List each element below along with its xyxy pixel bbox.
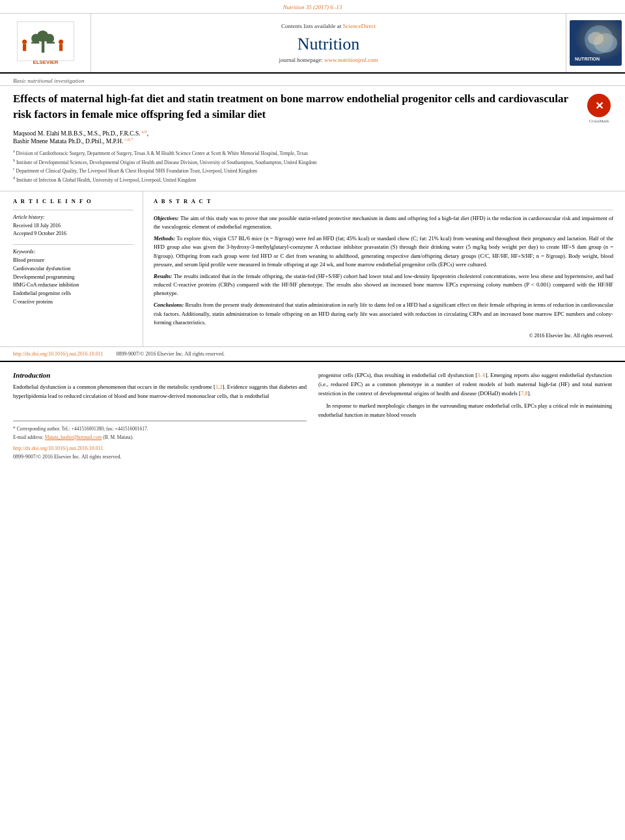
page: Nutrition 35 (2017) 6–13	[0, 0, 625, 840]
elsevier-logo-svg: ELSEVIER	[10, 20, 81, 66]
abstract-text: Objectives: The aim of this study was to…	[154, 214, 613, 340]
svg-point-4	[45, 34, 54, 43]
issn-area: 0899-9007/© 2016 Elsevier Inc. All right…	[13, 453, 307, 460]
author-2-sup: c,d,*	[123, 137, 133, 142]
conclusions-label: Conclusions:	[154, 301, 184, 308]
doi-footer-link[interactable]: http://dx.doi.org/10.1016/j.nut.2016.10.…	[13, 445, 103, 451]
body-left-column: Introduction Endothelial dysfunction is …	[13, 371, 307, 460]
svg-point-3	[31, 34, 40, 43]
affiliation-a: a Division of Cardiothoracic Surgery, De…	[13, 148, 612, 157]
ref-1-2: 1,2	[215, 384, 223, 390]
email-link[interactable]: Matata_bashir@hotmail.com	[45, 434, 102, 440]
keywords-section: Keywords: Blood pressure Cardiovascular …	[13, 249, 133, 307]
journal-citation: Nutrition 35 (2017) 6–13	[283, 4, 342, 10]
issn-info: 0899-9007/© 2016 Elsevier Inc. All right…	[116, 351, 225, 357]
abstract-objectives: Objectives: The aim of this study was to…	[154, 214, 613, 231]
body-right-text: progenitor cells (EPCs), thus resulting …	[318, 371, 612, 419]
svg-point-16	[588, 32, 604, 45]
svg-text:NUTRITION: NUTRITION	[575, 57, 600, 61]
intro-para-left: Endothelial dysfunction is a common phen…	[13, 383, 307, 400]
affiliation-d: d Institute of Infection & Global Health…	[13, 175, 612, 184]
header-right-image: NUTRITION	[566, 14, 625, 72]
journal-title: Nutrition	[298, 35, 359, 54]
svg-point-7	[22, 40, 27, 44]
homepage-label: journal homepage: www.nutritionjrnl.com	[279, 57, 378, 63]
svg-text:ELSEVIER: ELSEVIER	[33, 59, 58, 65]
ref-3-6: 3–6	[477, 372, 486, 378]
author-1-sup: a,b	[141, 129, 147, 134]
abstract-divider	[154, 210, 613, 210]
article-type: Basic nutritional investigation	[0, 74, 625, 86]
affiliation-c: c Department of Clinical Quality, The Li…	[13, 166, 612, 175]
science-direct-label: Contents lists available at ScienceDirec…	[281, 23, 376, 29]
article-title: Effects of maternal high-fat diet and st…	[13, 91, 612, 122]
crossmark-icon[interactable]: ✕	[587, 94, 611, 117]
results-label: Results:	[154, 273, 172, 279]
svg-rect-5	[31, 42, 39, 44]
abstract-methods: Methods: To explore this, virgin C57 BL/…	[154, 234, 613, 269]
body-right-column: progenitor cells (EPCs), thus resulting …	[318, 371, 612, 460]
svg-point-9	[59, 40, 63, 44]
homepage-url[interactable]: www.nutritionjrnl.com	[324, 57, 378, 63]
author-2-name: Bashir Mnene Matata Ph.D., D.Phil., M.P.…	[13, 138, 123, 145]
keyword-6: C-reactive proteins	[13, 298, 133, 307]
article-history: Article history: Received 18 July 2016 A…	[13, 214, 133, 238]
science-direct-link[interactable]: ScienceDirect	[343, 23, 376, 29]
nutrition-image: NUTRITION	[570, 20, 622, 66]
keyword-5: Endothelial progenitor cells	[13, 290, 133, 298]
keyword-1: Blood pressure	[13, 257, 133, 265]
methods-text: To explore this, virgin C57 BL/6 mice (n…	[154, 235, 613, 268]
doi-area: http://dx.doi.org/10.1016/j.nut.2016.10.…	[13, 445, 307, 451]
svg-rect-1	[41, 40, 44, 53]
svg-rect-10	[59, 44, 62, 51]
article-header: Effects of maternal high-fat diet and st…	[0, 86, 625, 191]
footnote: * Corresponding author. Tel.: +441516001…	[13, 425, 307, 441]
elsevier-logo-area: ELSEVIER	[0, 14, 91, 72]
issn-footer: 0899-9007/© 2016 Elsevier Inc. All right…	[13, 454, 122, 460]
objectives-label: Objectives:	[154, 215, 179, 221]
email-note: E-mail address: Matata_bashir@hotmail.co…	[13, 434, 307, 441]
results-text: The results indicated that in the female…	[154, 273, 613, 296]
accepted-date: Accepted 9 October 2016	[13, 230, 133, 238]
article-history-heading: Article history:	[13, 214, 133, 220]
svg-point-15	[594, 33, 617, 53]
keywords-heading: Keywords:	[13, 249, 133, 255]
footnote-area: * Corresponding author. Tel.: +441516001…	[13, 421, 307, 460]
doi-link[interactable]: http://dx.doi.org/10.1016/j.nut.2016.10.…	[13, 351, 103, 357]
authors: Maqsood M. Elahi M.B.B.S., M.S., Ph.D., …	[13, 129, 612, 145]
keyword-3: Developmental programming	[13, 273, 133, 282]
article-info-heading: A R T I C L E I N F O	[13, 198, 133, 204]
article-footer-bar: http://dx.doi.org/10.1016/j.nut.2016.10.…	[0, 347, 625, 362]
author-1-name: Maqsood M. Elahi M.B.B.S., M.S., Ph.D., …	[13, 130, 141, 137]
keyword-4: HMG-CoA reductase inhibition	[13, 281, 133, 290]
svg-rect-8	[23, 44, 26, 51]
svg-rect-6	[46, 42, 54, 44]
received-date: Received 18 July 2016	[13, 222, 133, 230]
abstract-results: Results: The results indicated that in t…	[154, 272, 613, 298]
divider-2	[13, 244, 133, 245]
body-left-text: Endothelial dysfunction is a common phen…	[13, 383, 307, 400]
crossmark-badge[interactable]: ✕ CrossMark	[587, 94, 611, 124]
abstract-heading: A B S T R A C T	[154, 198, 613, 204]
corresponding-note: * Corresponding author. Tel.: +441516001…	[13, 425, 307, 432]
body-content: Introduction Endothelial dysfunction is …	[0, 362, 625, 460]
conclusions-text: Results from the present study demonstra…	[154, 301, 613, 325]
keywords-list: Blood pressure Cardiovascular dysfunctio…	[13, 257, 133, 307]
article-info-abstract: A R T I C L E I N F O Article history: R…	[0, 191, 625, 347]
methods-label: Methods:	[154, 235, 175, 242]
intro-para-right-1: progenitor cells (EPCs), thus resulting …	[318, 371, 612, 398]
svg-point-14	[585, 25, 613, 54]
divider-1	[13, 210, 133, 210]
abstract-column: A B S T R A C T Objectives: The aim of t…	[143, 191, 625, 346]
article-info-column: A R T I C L E I N F O Article history: R…	[0, 191, 143, 346]
ref-7-8: 7,8	[521, 390, 528, 397]
abstract-conclusions: Conclusions: Results from the present st…	[154, 301, 613, 327]
journal-bar: Nutrition 35 (2017) 6–13	[0, 0, 625, 14]
copyright-notice: © 2016 Elsevier Inc. All rights reserved…	[154, 332, 613, 340]
affiliations: a Division of Cardiothoracic Surgery, De…	[13, 148, 612, 184]
introduction-heading: Introduction	[13, 371, 307, 379]
journal-info: Contents lists available at ScienceDirec…	[91, 14, 566, 72]
intro-para-right-2: In response to marked morphologic change…	[318, 402, 612, 419]
affiliation-b: b Institute of Developmental Sciences, D…	[13, 158, 612, 166]
objectives-text: The aim of this study was to prove that …	[154, 215, 613, 230]
